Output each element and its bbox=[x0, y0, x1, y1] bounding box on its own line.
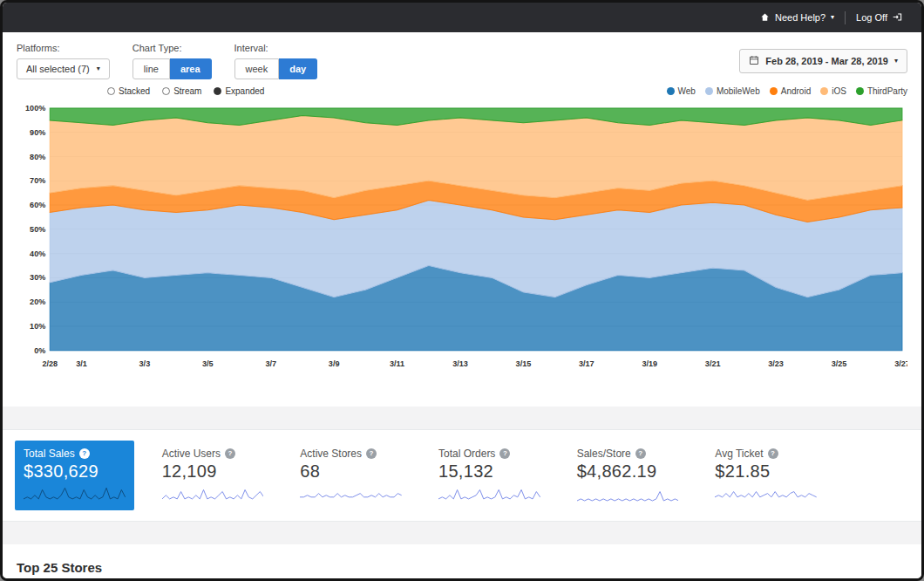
svg-text:30%: 30% bbox=[30, 273, 45, 282]
stat-label-text: Total Sales bbox=[24, 448, 75, 460]
sparkline bbox=[300, 486, 402, 503]
stacked-area-chart[interactable]: 0%10%20%30%40%50%60%70%80%90%100%2/283/1… bbox=[17, 99, 907, 373]
svg-text:3/15: 3/15 bbox=[516, 359, 532, 368]
legend-dot-icon bbox=[820, 87, 828, 95]
chart-type-line-button[interactable]: line bbox=[132, 58, 170, 79]
caret-down-icon: ▾ bbox=[831, 14, 834, 21]
platforms-control: Platforms: All selected (7) ▾ bbox=[17, 43, 110, 79]
stat-label: Total Orders? bbox=[438, 448, 540, 460]
legend-item-android[interactable]: Android bbox=[770, 86, 811, 96]
date-range-value: Feb 28, 2019 - Mar 28, 2019 bbox=[765, 56, 888, 66]
svg-text:60%: 60% bbox=[30, 201, 45, 209]
stat-card-avg-ticket[interactable]: Avg Ticket?$21.85 bbox=[706, 441, 825, 510]
stat-label: Active Users? bbox=[162, 448, 264, 460]
svg-text:90%: 90% bbox=[30, 128, 45, 137]
stat-card-active-stores[interactable]: Active Stores?68 bbox=[291, 441, 411, 510]
chart-legend: WebMobileWebAndroidiOSThirdParty bbox=[667, 86, 908, 96]
stat-label-text: Active Users bbox=[162, 448, 221, 460]
area-style-options: StackedStreamExpanded bbox=[107, 86, 264, 96]
help-tooltip-icon[interactable]: ? bbox=[366, 448, 377, 459]
help-tooltip-icon[interactable]: ? bbox=[635, 448, 646, 459]
style-option-stacked[interactable]: Stacked bbox=[107, 86, 150, 96]
sparkline bbox=[438, 486, 540, 503]
svg-text:3/1: 3/1 bbox=[76, 359, 87, 368]
log-off-button[interactable]: Log Off bbox=[846, 3, 913, 32]
chart-type-label: Chart Type: bbox=[132, 43, 212, 53]
platforms-dropdown-value: All selected (7) bbox=[26, 64, 90, 74]
legend-label: MobileWeb bbox=[717, 86, 760, 96]
legend-item-thirdparty[interactable]: ThirdParty bbox=[856, 86, 907, 96]
chart-type-toggle: linearea bbox=[132, 58, 212, 79]
svg-text:3/3: 3/3 bbox=[139, 359, 151, 368]
interval-day-button[interactable]: day bbox=[279, 58, 317, 79]
style-option-expanded[interactable]: Expanded bbox=[214, 86, 264, 96]
date-range-picker[interactable]: Feb 28, 2019 - Mar 28, 2019 ▾ bbox=[739, 49, 907, 73]
stat-value: $330,629 bbox=[24, 461, 126, 482]
svg-text:3/13: 3/13 bbox=[452, 359, 468, 368]
interval-week-button[interactable]: week bbox=[234, 58, 280, 79]
need-help-label: Need Help? bbox=[775, 12, 825, 23]
chart-svg[interactable]: 0%10%20%30%40%50%60%70%80%90%100%2/283/1… bbox=[17, 99, 907, 373]
stat-label-text: Active Stores bbox=[300, 448, 362, 460]
legend-item-mobileweb[interactable]: MobileWeb bbox=[705, 86, 760, 96]
legend-label: Android bbox=[781, 86, 811, 96]
app-window: Need Help? ▾ Log Off Platforms: All sele… bbox=[0, 0, 924, 581]
stat-card-total-orders[interactable]: Total Orders?15,132 bbox=[430, 441, 549, 510]
svg-text:20%: 20% bbox=[30, 297, 45, 306]
stat-label: Total Sales? bbox=[24, 448, 126, 460]
chart-type-control: Chart Type: linearea bbox=[132, 43, 212, 79]
stat-card-total-sales[interactable]: Total Sales?$330,629 bbox=[15, 441, 134, 510]
stat-label-text: Total Orders bbox=[438, 448, 495, 460]
style-option-stream[interactable]: Stream bbox=[162, 86, 201, 96]
radio-unselected-icon bbox=[162, 87, 170, 95]
style-option-label: Stacked bbox=[119, 86, 150, 96]
svg-text:3/9: 3/9 bbox=[329, 359, 340, 368]
help-tooltip-icon[interactable]: ? bbox=[225, 448, 235, 459]
radio-selected-icon bbox=[214, 87, 221, 95]
help-tooltip-icon[interactable]: ? bbox=[79, 448, 90, 459]
sparkline bbox=[577, 486, 679, 503]
svg-text:3/11: 3/11 bbox=[390, 359, 404, 368]
svg-text:3/25: 3/25 bbox=[832, 359, 847, 368]
svg-text:3/23: 3/23 bbox=[768, 359, 784, 368]
svg-text:80%: 80% bbox=[30, 153, 45, 161]
stat-value: 15,132 bbox=[438, 461, 540, 482]
svg-text:10%: 10% bbox=[30, 322, 45, 331]
radio-unselected-icon bbox=[107, 87, 115, 95]
svg-text:3/5: 3/5 bbox=[202, 359, 214, 368]
stats-panel: Total Sales?$330,629Active Users?12,109A… bbox=[3, 429, 921, 522]
calendar-icon bbox=[749, 55, 759, 67]
stat-card-active-users[interactable]: Active Users?12,109 bbox=[153, 441, 273, 510]
area-series-ios[interactable] bbox=[50, 115, 902, 200]
stats-row: Total Sales?$330,629Active Users?12,109A… bbox=[3, 430, 921, 521]
caret-down-icon: ▾ bbox=[894, 58, 898, 65]
svg-text:50%: 50% bbox=[30, 225, 45, 234]
sparkline bbox=[24, 486, 126, 503]
platforms-dropdown[interactable]: All selected (7) ▾ bbox=[17, 58, 110, 79]
stat-label: Sales/Store? bbox=[577, 448, 679, 460]
legend-item-web[interactable]: Web bbox=[667, 86, 696, 96]
log-off-label: Log Off bbox=[856, 12, 887, 23]
interval-label: Interval: bbox=[234, 43, 318, 53]
chart-type-area-button[interactable]: area bbox=[170, 58, 212, 79]
svg-text:3/19: 3/19 bbox=[642, 359, 657, 368]
help-icon bbox=[760, 12, 770, 24]
need-help-button[interactable]: Need Help? ▾ bbox=[750, 3, 845, 32]
svg-text:3/17: 3/17 bbox=[579, 359, 594, 368]
svg-text:2/28: 2/28 bbox=[42, 359, 58, 368]
svg-text:0%: 0% bbox=[34, 346, 45, 355]
stat-card-sales-store[interactable]: Sales/Store?$4,862.19 bbox=[568, 441, 688, 510]
sparkline bbox=[162, 486, 264, 503]
legend-item-ios[interactable]: iOS bbox=[820, 86, 846, 96]
svg-text:3/7: 3/7 bbox=[265, 359, 276, 368]
caret-down-icon: ▾ bbox=[97, 65, 100, 72]
sparkline bbox=[715, 486, 817, 503]
sign-out-icon bbox=[893, 12, 902, 24]
chart-panel: Platforms: All selected (7) ▾ Chart Type… bbox=[3, 32, 921, 407]
svg-text:40%: 40% bbox=[30, 249, 45, 258]
legend-dot-icon bbox=[705, 87, 713, 95]
svg-text:3/27: 3/27 bbox=[894, 359, 907, 368]
legend-label: Web bbox=[678, 86, 696, 96]
help-tooltip-icon[interactable]: ? bbox=[499, 448, 510, 459]
help-tooltip-icon[interactable]: ? bbox=[768, 448, 778, 459]
